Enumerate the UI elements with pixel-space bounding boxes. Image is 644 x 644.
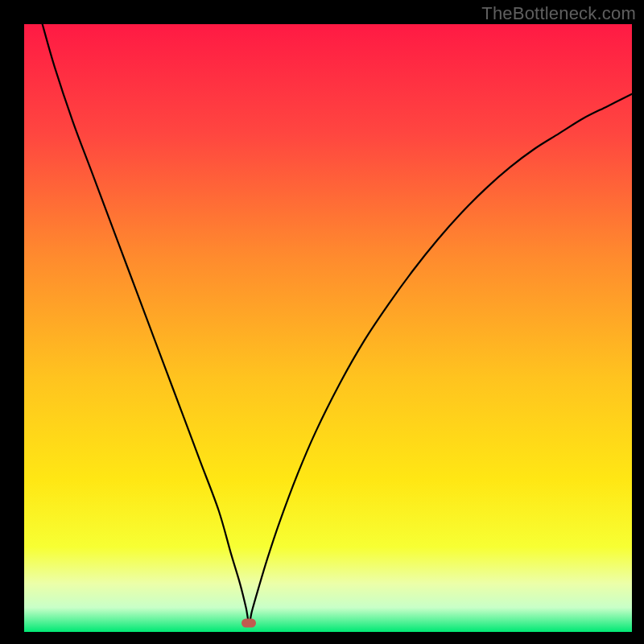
chart-root: TheBottleneck.com (0, 0, 644, 644)
plot-area (24, 24, 632, 632)
optimum-marker (242, 618, 256, 627)
watermark-text: TheBottleneck.com (481, 3, 636, 24)
bottleneck-curve (24, 24, 632, 632)
